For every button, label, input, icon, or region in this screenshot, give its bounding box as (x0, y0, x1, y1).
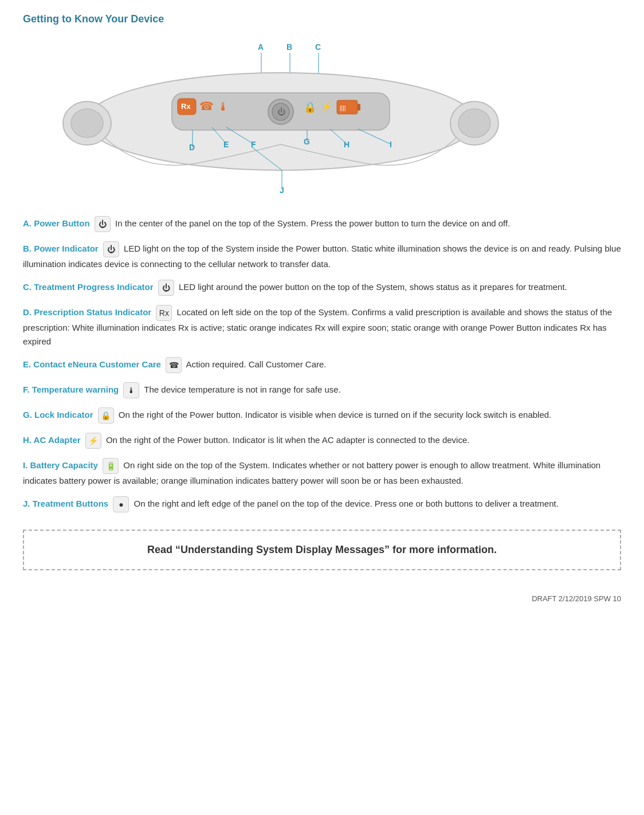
callout-text: Read “Understanding System Display Messa… (41, 542, 603, 558)
footer: DRAFT 2/12/2019 SPW 10 (23, 593, 621, 605)
call-icon: ☎ (199, 100, 214, 112)
label-a: A. Power Button (23, 218, 92, 228)
label-j: J. Treatment Buttons (23, 499, 111, 508)
desc-item-h: H. AC Adapter ⚡ On the right of the Powe… (23, 433, 621, 449)
battery-tip (358, 104, 360, 111)
lock-icon: 🔒 (304, 101, 317, 113)
temp-icon: 🌡 (218, 100, 229, 113)
label-B: B (286, 42, 292, 52)
icon-h: ⚡ (85, 433, 101, 449)
icon-e: ☎ (166, 357, 182, 373)
label-A: A (258, 42, 264, 52)
label-c: C. Treatment Progress Indicator (23, 282, 156, 292)
icon-b: ⏻ (103, 241, 119, 257)
label-C: C (315, 42, 321, 52)
label-b: B. Power Indicator (23, 244, 101, 253)
desc-item-b: B. Power Indicator ⏻ LED light on the to… (23, 241, 621, 271)
label-H: H (344, 140, 350, 149)
label-F: F (251, 140, 256, 149)
icon-a: ⏻ (95, 216, 111, 232)
label-D: D (189, 143, 195, 152)
desc-item-i: I. Battery Capacity 🔋 On right side on t… (23, 458, 621, 487)
desc-item-f: F. Temperature warning 🌡 The device temp… (23, 382, 621, 398)
text-h: On the right of the Power button. Indica… (104, 435, 470, 445)
left-pod-inner (71, 109, 103, 138)
ac-icon: ⚡ (321, 101, 332, 112)
label-g: G. Lock Indicator (23, 410, 96, 420)
icon-i: 🔋 (103, 458, 119, 474)
text-f: The device temperature is not in range f… (142, 385, 340, 394)
desc-item-g: G. Lock Indicator 🔒 On the right of the … (23, 407, 621, 424)
icon-d: Rx (156, 305, 172, 321)
callout-box: Read “Understanding System Display Messa… (23, 530, 621, 570)
device-diagram: A B C Rx ☎ 🌡 ⏻ 🔒 ⚡ (23, 33, 621, 205)
text-a: In the center of the panel on the top of… (113, 218, 511, 228)
desc-item-c: C. Treatment Progress Indicator ⏻ LED li… (23, 280, 621, 296)
desc-item-e: E. Contact eNeura Customer Care ☎ Action… (23, 357, 621, 373)
right-pod-inner (458, 109, 490, 138)
label-f: F. Temperature warning (23, 385, 121, 394)
power-symbol: ⏻ (277, 107, 285, 116)
label-i: I. Battery Capacity (23, 460, 100, 470)
desc-item-j: J. Treatment Buttons ● On the right and … (23, 496, 621, 512)
rx-text: Rx (181, 102, 191, 111)
icon-c: ⏻ (158, 280, 174, 296)
icon-f: 🌡 (123, 382, 139, 398)
icon-g: 🔒 (98, 407, 114, 424)
device-svg: A B C Rx ☎ 🌡 ⏻ 🔒 ⚡ (23, 33, 539, 199)
page-title: Getting to Know Your Device (23, 11, 621, 27)
text-g: On the right of the Power button. Indica… (116, 410, 552, 420)
label-d: D. Prescription Status Indicator (23, 307, 154, 317)
battery-bars: |||| (340, 105, 345, 111)
text-j: On the right and left edge of the panel … (131, 499, 558, 508)
descriptions-container: A. Power Button ⏻ In the center of the p… (23, 216, 621, 512)
text-e: Action required. Call Customer Care. (184, 359, 326, 369)
label-e: E. Contact eNeura Customer Care (23, 359, 163, 369)
desc-item-d: D. Prescription Status Indicator Rx Loca… (23, 305, 621, 348)
label-h: H. AC Adapter (23, 435, 83, 445)
icon-j: ● (113, 496, 129, 512)
footer-text: DRAFT 2/12/2019 SPW 10 (532, 594, 621, 603)
text-c: LED light around the power button on the… (176, 282, 567, 292)
desc-item-a: A. Power Button ⏻ In the center of the p… (23, 216, 621, 232)
